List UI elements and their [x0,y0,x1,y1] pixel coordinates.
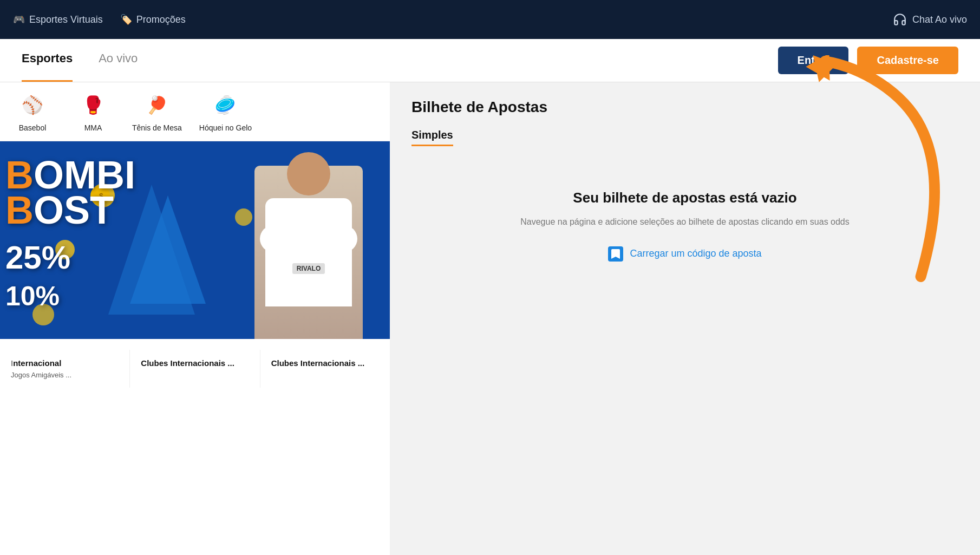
banner-boost: BOST [5,193,135,228]
top-nav-left: 🎮 Esportes Virtuais 🏷️ Promoções [13,14,186,25]
bet-empty-title: Seu bilhete de apostas está vazio [411,190,958,206]
sports-row: ⚾ Basebol 🥊 MMA 🏓 Tênis de Mesa 🥏 Hóquei… [0,82,390,141]
chat-label: Chat Ao vivo [912,14,967,25]
tenis-mesa-icon: 🏓 [143,91,171,119]
tag-icon: 🏷️ [120,14,132,25]
tab-esportes[interactable]: Esportes [22,39,73,82]
auth-buttons: Entrar Cadastre-se [778,47,958,74]
tenis-mesa-label: Tênis de Mesa [132,123,182,132]
sport-item-hoquei[interactable]: 🥏 Hóquei no Gelo [199,91,252,132]
secondary-nav: Esportes Ao vivo Entrar Cadastre-se [0,39,980,82]
main-content: ⚾ Basebol 🥊 MMA 🏓 Tênis de Mesa 🥏 Hóquei… [0,82,980,555]
card1-sub: Jogos Amigáveis ... [11,371,119,379]
virtual-sports-nav-item[interactable]: 🎮 Esportes Virtuais [13,14,103,25]
headset-icon [893,12,907,27]
mma-label: MMA [84,123,102,132]
person-figure: RIVALO [233,147,384,339]
tab-ao-vivo[interactable]: Ao vivo [99,39,138,82]
basebol-label: Basebol [19,123,47,132]
banner-percent2: 10% [5,280,135,312]
load-code-button[interactable]: Carregar um código de aposta [411,246,958,262]
banner-text: BOMBI BOST 25% 10% [5,158,135,312]
bet-empty-state: Seu bilhete de apostas está vazio Navegu… [411,190,958,262]
left-panel: ⚾ Basebol 🥊 MMA 🏓 Tênis de Mesa 🥏 Hóquei… [0,82,390,555]
hoquei-label: Hóquei no Gelo [199,123,252,132]
bookmark-icon [608,246,623,262]
promotions-label: Promoções [136,14,186,25]
bet-title: Bilhete de Apostas [411,99,958,116]
bottom-cards: Internacional Jogos Amigáveis ... Clubes… [0,339,390,388]
virtual-sports-label: Esportes Virtuais [29,14,103,25]
top-nav: 🎮 Esportes Virtuais 🏷️ Promoções Chat Ao… [0,0,980,39]
bottom-card-1[interactable]: Internacional Jogos Amigáveis ... [0,350,130,388]
bottom-card-2[interactable]: Clubes Internacionais ... [130,350,260,388]
sport-item-mma[interactable]: 🥊 MMA [71,91,115,132]
gamepad-icon: 🎮 [13,14,25,25]
hoquei-icon: 🥏 [211,91,239,119]
load-code-text: Carregar um código de aposta [630,248,761,259]
basebol-icon: ⚾ [18,91,47,119]
nav-tabs: Esportes Ao vivo [22,39,138,82]
sport-item-tenis-mesa[interactable]: 🏓 Tênis de Mesa [132,91,182,132]
bottom-card-3[interactable]: Clubes Internacionais ... [260,350,390,388]
right-panel: Bilhete de Apostas Simples Seu bilhete d… [390,82,980,555]
banner-percent1: 25% [5,239,135,276]
sport-item-basebol[interactable]: ⚾ Basebol [11,91,54,132]
mma-icon: 🥊 [79,91,107,119]
banner-combi: BOMBI [5,158,135,193]
card1-title: Internacional [11,358,119,368]
card3-title: Clubes Internacionais ... [271,358,379,368]
card2-title: Clubes Internacionais ... [141,358,249,368]
promo-banner[interactable]: $ BOMBI BOST 25% 10% [0,141,390,339]
shirt-logo: RIVALO [292,263,325,274]
bet-empty-desc: Navegue na página e adicione seleções ao… [411,215,958,229]
entrar-button[interactable]: Entrar [778,47,849,74]
bet-tab-simples[interactable]: Simples [411,129,453,146]
betting-slip: Bilhete de Apostas Simples Seu bilhete d… [411,99,958,262]
cadastre-button[interactable]: Cadastre-se [857,47,958,74]
promotions-nav-item[interactable]: 🏷️ Promoções [120,14,186,25]
chat-link[interactable]: Chat Ao vivo [893,12,967,27]
